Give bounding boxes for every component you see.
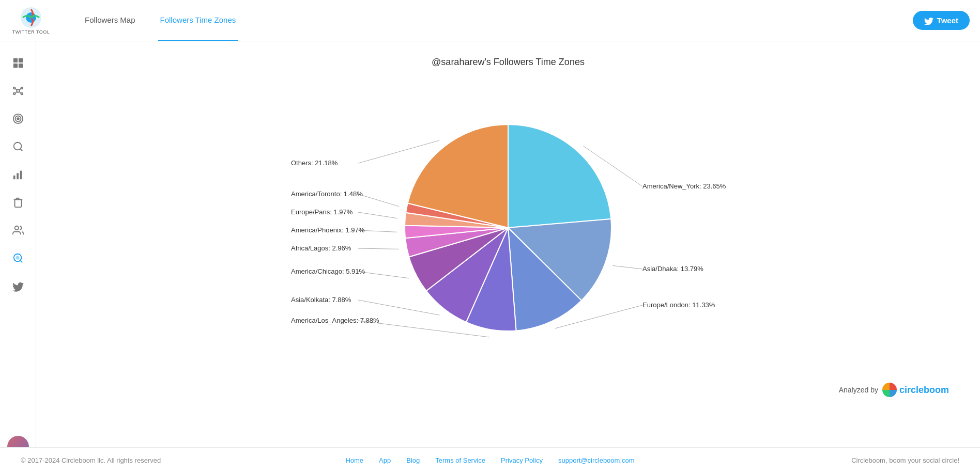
circleboom-brand-name: circleboom [899,385,949,396]
sidebar-icon-timezones[interactable] [7,247,29,270]
chart-area: America/New_York: 23.65%Asia/Dhaka: 13.7… [47,78,970,377]
svg-text:America/New_York: 23.65%: America/New_York: 23.65% [642,182,726,190]
svg-text:America/Los_Angeles: 7.88%: America/Los_Angeles: 7.88% [291,317,379,324]
svg-point-9 [13,93,15,95]
svg-line-19 [20,149,22,151]
svg-text:Asia/Dhaka: 13.79%: Asia/Dhaka: 13.79% [642,265,703,273]
tab-followers-timezones[interactable]: Followers Time Zones [158,0,238,41]
svg-rect-4 [13,64,17,68]
nav-tabs: Followers Map Followers Time Zones [83,0,238,41]
network-icon [12,85,24,97]
svg-rect-21 [17,173,19,179]
footer-tagline: Circleboom, boom your social circle! [851,456,959,464]
pie-chart: America/New_York: 23.65%Asia/Dhaka: 13.7… [198,83,818,372]
sidebar-icon-dashboard[interactable] [7,52,29,74]
footer-link-support[interactable]: support@circleboom.com [558,456,635,464]
svg-rect-22 [20,171,22,180]
sidebar-icon-search[interactable] [7,135,29,158]
logo-area: TWITTER TOOL [10,7,52,35]
svg-text:America/Phoenix: 1.97%: America/Phoenix: 1.97% [291,226,365,234]
top-nav: TWITTER TOOL Followers Map Followers Tim… [0,0,980,41]
app-logo [20,7,42,28]
footer-link-home[interactable]: Home [345,456,363,464]
target-icon [12,113,24,124]
twitter-sidebar-icon [12,280,24,292]
svg-line-12 [19,88,21,90]
footer-link-terms[interactable]: Terms of Service [435,456,485,464]
twitter-icon [924,17,933,25]
svg-point-10 [21,93,23,95]
tweet-button-label: Tweet [937,16,958,25]
svg-text:Europe/Paris: 1.97%: Europe/Paris: 1.97% [291,208,353,216]
svg-text:America/Chicago: 5.91%: America/Chicago: 5.91% [291,267,365,275]
svg-line-13 [15,92,17,93]
footer-link-privacy[interactable]: Privacy Policy [501,456,543,464]
svg-text:Others: 21.18%: Others: 21.18% [291,159,338,167]
sidebar-icon-delete[interactable] [7,191,29,214]
svg-rect-2 [13,58,17,62]
svg-point-23 [14,226,18,230]
app-name: TWITTER TOOL [12,29,50,35]
svg-rect-5 [18,64,22,68]
svg-point-7 [13,87,15,89]
timezones-icon [12,253,24,264]
sidebar-icon-analytics[interactable] [7,163,29,186]
main-content: @saraharew's Followers Time Zones Americ… [36,41,980,447]
sidebar-icon-network[interactable] [7,80,29,102]
footer-link-blog[interactable]: Blog [406,456,420,464]
tweet-button[interactable]: Tweet [913,11,970,30]
circleboom-circle-logo [882,383,897,397]
sidebar-icon-audience[interactable] [7,219,29,242]
analyzed-by-label: Analyzed by [839,386,878,394]
dashboard-icon [12,57,24,69]
svg-text:Europe/London: 11.33%: Europe/London: 11.33% [642,301,715,309]
sidebar-icon-target[interactable] [7,107,29,130]
svg-text:America/Toronto: 1.48%: America/Toronto: 1.48% [291,190,363,198]
analytics-icon [12,169,24,180]
circleboom-logo: circleboom [882,383,949,397]
svg-point-18 [13,143,21,150]
svg-point-26 [16,256,19,259]
svg-point-8 [21,87,23,89]
sidebar [0,41,36,473]
footer-copyright: © 2017-2024 Circleboom llc. All rights r… [21,456,161,464]
footer-link-app[interactable]: App [379,456,391,464]
svg-text:Asia/Kolkata: 7.88%: Asia/Kolkata: 7.88% [291,296,351,304]
chart-title: @saraharew's Followers Time Zones [47,57,970,68]
svg-rect-3 [18,58,22,62]
svg-text:Africa/Lagos: 2.96%: Africa/Lagos: 2.96% [291,244,351,252]
svg-point-6 [17,89,20,92]
svg-rect-20 [13,176,15,179]
sidebar-icon-twitter[interactable] [7,275,29,297]
svg-point-17 [17,118,19,120]
tab-followers-map[interactable]: Followers Map [83,0,137,41]
delete-icon [12,197,24,208]
analyzed-by-section: Analyzed by circleboom [47,377,970,402]
audience-icon [12,225,24,236]
search-icon [12,141,24,152]
footer: © 2017-2024 Circleboom llc. All rights r… [0,447,980,473]
svg-line-11 [15,88,17,90]
svg-line-14 [19,92,21,93]
footer-links: Home App Blog Terms of Service Privacy P… [345,456,634,464]
svg-line-25 [20,260,22,262]
